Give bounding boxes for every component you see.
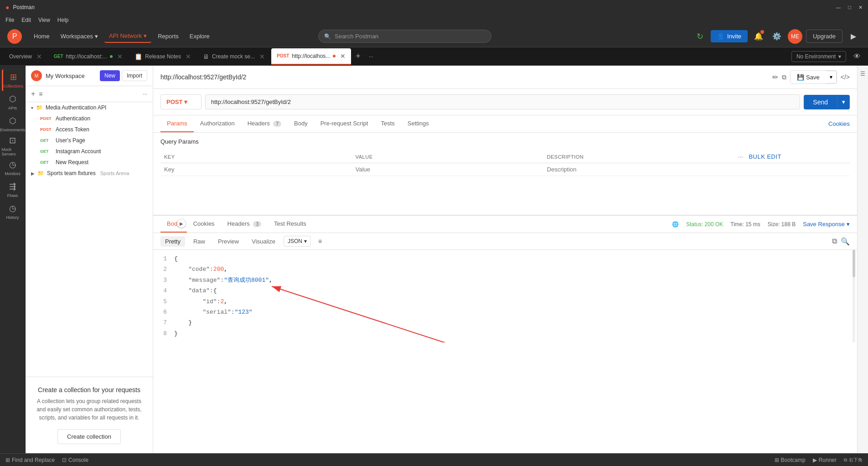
response-tab-test-results[interactable]: Test Results: [268, 216, 313, 233]
response-tab-cookies[interactable]: Cookies: [187, 216, 221, 233]
copy-icon[interactable]: ⧉: [782, 73, 786, 81]
profile-icon-btn[interactable]: ME: [788, 29, 802, 44]
tree-request-users-page[interactable]: GET User's Page: [26, 135, 153, 146]
tab-authorization[interactable]: Authorization: [194, 115, 241, 132]
tab-close-icon[interactable]: ✕: [259, 53, 265, 60]
nav-home[interactable]: Home: [29, 30, 54, 42]
menu-file[interactable]: File: [5, 17, 14, 23]
expand-icon-btn[interactable]: ▶: [846, 29, 861, 44]
menu-edit[interactable]: Edit: [21, 17, 31, 23]
sidebar-icon-monitors[interactable]: ◷ Monitors: [2, 157, 24, 179]
url-input[interactable]: [205, 94, 800, 109]
eye-icon-btn[interactable]: 👁: [850, 49, 864, 64]
bulk-edit-button[interactable]: Bulk Edit: [749, 153, 781, 160]
method-selector[interactable]: POST ▾: [160, 94, 202, 109]
value-input[interactable]: [356, 166, 540, 173]
tree-folder-sports[interactable]: ▶ 📁 Sports team fixtures Sports Arena: [26, 168, 153, 179]
tab-tests[interactable]: Tests: [374, 115, 401, 132]
scrollbar-track[interactable]: [852, 250, 855, 342]
runner-button[interactable]: ▶ Runner: [813, 457, 837, 463]
tab-close-icon[interactable]: ✕: [117, 53, 123, 60]
collections-icon: ⊞: [10, 72, 17, 82]
console-button[interactable]: ⊡ Console: [62, 457, 88, 463]
notification-icon-btn[interactable]: 🔔: [751, 29, 766, 44]
maximize-btn[interactable]: □: [848, 5, 851, 10]
tab-headers[interactable]: Headers 7: [241, 115, 288, 132]
more-tabs-button[interactable]: ···: [365, 53, 377, 60]
format-visualize-button[interactable]: Visualize: [247, 236, 280, 247]
sidebar-icon-history[interactable]: ◷ History: [2, 201, 24, 223]
tab-close-icon[interactable]: ✕: [340, 52, 346, 60]
copy-response-button[interactable]: ⧉: [832, 237, 837, 246]
tree-folder-media-auth[interactable]: ▾ 📁 Media Authentication API: [26, 102, 153, 113]
import-button[interactable]: Import: [122, 70, 147, 81]
sidebar-icon-environments[interactable]: ⬡ Environments: [2, 113, 24, 135]
more-icon[interactable]: ···: [738, 154, 744, 160]
save-dropdown-button[interactable]: ▾: [826, 71, 837, 83]
tab-close-icon[interactable]: ✕: [186, 53, 191, 60]
invite-button[interactable]: 👤 Invite: [711, 30, 748, 42]
menu-help[interactable]: Help: [57, 17, 69, 23]
nav-explore[interactable]: Explore: [185, 30, 214, 42]
new-button[interactable]: New: [100, 70, 120, 81]
cookies-link[interactable]: Cookies: [828, 120, 850, 127]
tab-overview[interactable]: Overview ✕: [4, 48, 47, 65]
nav-api-network[interactable]: API Network ▾: [104, 30, 151, 43]
tree-request-new-request[interactable]: GET New Request: [26, 157, 153, 168]
tab-get-localhost[interactable]: GET http://localhost:... ✕: [48, 48, 128, 65]
send-button[interactable]: Send: [804, 95, 837, 109]
upgrade-button[interactable]: Upgrade: [806, 30, 842, 43]
menu-view[interactable]: View: [38, 17, 50, 23]
wrap-lines-button[interactable]: ≡: [315, 236, 326, 247]
format-preview-button[interactable]: Preview: [213, 236, 243, 247]
tree-request-instagram[interactable]: GET Instagram Account: [26, 146, 153, 157]
right-corner-item[interactable]: ⧉ 右下角: [844, 457, 863, 463]
tree-request-authentication[interactable]: POST Authentication: [26, 113, 153, 124]
environment-selector[interactable]: No Environment ▾: [791, 51, 846, 62]
search-bar[interactable]: 🔍 Search Postman: [318, 30, 491, 43]
save-button[interactable]: 💾 Save: [790, 71, 826, 83]
response-tab-headers[interactable]: Headers 3: [221, 216, 268, 233]
sidebar-icon-apis[interactable]: ⬡ APIs: [2, 91, 24, 113]
tab-release-notes[interactable]: 📋 Release Notes ✕: [129, 48, 196, 65]
find-replace-button[interactable]: ⊞ Find and Replace: [5, 457, 55, 463]
new-tab-button[interactable]: +: [352, 52, 364, 61]
tab-close-icon[interactable]: ✕: [36, 53, 42, 60]
tree-request-access-token[interactable]: POST Access Token: [26, 124, 153, 135]
search-response-button[interactable]: 🔍: [841, 237, 850, 246]
format-raw-button[interactable]: Raw: [189, 236, 210, 247]
tab-post-localhost[interactable]: POST http://localhos... ✕: [271, 48, 351, 65]
format-pretty-button[interactable]: Pretty: [160, 236, 185, 247]
create-collection-button[interactable]: Create collection: [57, 429, 121, 444]
tab-body[interactable]: Body: [288, 115, 314, 132]
code-view-icon[interactable]: </>: [841, 73, 850, 81]
edit-icon[interactable]: ✏: [772, 73, 778, 82]
bootcamp-button[interactable]: ⊞ Bootcamp: [775, 457, 806, 463]
scrollbar-thumb[interactable]: [852, 250, 855, 277]
right-sidebar-icon[interactable]: ☰: [858, 69, 868, 78]
tab-create-mock[interactable]: 🖥 Create mock se... ✕: [197, 48, 270, 65]
sidebar-icon-collections[interactable]: ⊞ Collections: [2, 69, 24, 91]
close-btn[interactable]: ✕: [858, 5, 863, 10]
sidebar-icon-flows[interactable]: ⇶ Flows: [2, 179, 24, 201]
minimize-btn[interactable]: —: [836, 5, 841, 10]
titlebar-controls[interactable]: — □ ✕: [836, 5, 863, 10]
format-type-selector[interactable]: JSON ▾: [284, 236, 311, 247]
tab-settings[interactable]: Settings: [401, 115, 435, 132]
nav-workspaces[interactable]: Workspaces ▾: [56, 30, 103, 42]
tab-params[interactable]: Params: [160, 115, 194, 132]
nav-reports[interactable]: Reports: [153, 30, 183, 42]
more-icon[interactable]: ···: [143, 91, 147, 97]
send-dropdown-button[interactable]: ▾: [837, 95, 850, 109]
desc-input[interactable]: [547, 166, 731, 173]
tab-pre-request[interactable]: Pre-request Script: [314, 115, 375, 132]
sidebar-icon-mock-servers[interactable]: ⊡ Mock Servers: [2, 135, 24, 157]
key-input[interactable]: [164, 166, 348, 173]
settings-icon-btn[interactable]: ⚙️: [770, 29, 784, 44]
app-logo[interactable]: P: [7, 29, 22, 44]
add-collection-icon[interactable]: +: [31, 90, 35, 98]
save-response-button[interactable]: Save Response ▾: [803, 221, 850, 228]
sync-icon-btn[interactable]: ↻: [692, 29, 707, 44]
tab-modified-dot: [110, 55, 113, 58]
filter-icon[interactable]: ≡: [39, 90, 42, 98]
